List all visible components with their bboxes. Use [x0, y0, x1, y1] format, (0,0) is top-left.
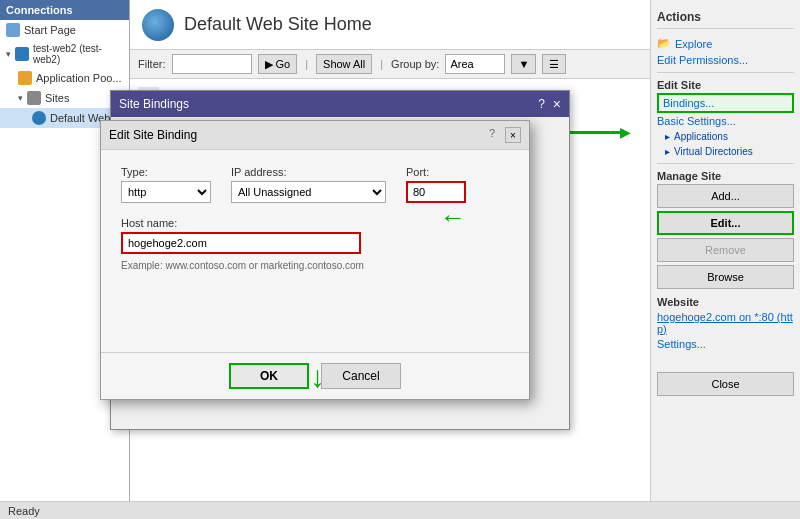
edit-dialog-body: Type: http IP address: All Unassigned Po…	[101, 150, 529, 287]
ok-button[interactable]: OK	[229, 363, 309, 389]
applications-link[interactable]: ▸ Applications	[657, 129, 794, 144]
sidebar-item-label: Start Page	[24, 24, 76, 36]
site-bindings-close-btn[interactable]: ×	[553, 96, 561, 112]
website-subsection: Website	[657, 292, 794, 310]
edit-button[interactable]: Edit...	[657, 211, 794, 235]
question-icon[interactable]: ?	[489, 127, 495, 143]
remove-button[interactable]: Remove	[657, 238, 794, 262]
go-button[interactable]: ▶ Go	[258, 54, 298, 74]
settings-link[interactable]: Settings...	[657, 336, 794, 352]
port-group: Port:	[406, 166, 466, 203]
question-mark-icon[interactable]: ?	[538, 97, 545, 111]
page-title: Default Web Site Home	[184, 14, 372, 35]
close-dialog-btn[interactable]: ×	[505, 127, 521, 143]
sidebar-item-startpage[interactable]: Start Page	[0, 20, 129, 40]
sidebar-item-label: test-web2 (test-web2)	[33, 43, 123, 65]
show-all-button[interactable]: Show All	[316, 54, 372, 74]
groupby-label: Group by:	[391, 58, 439, 70]
site-bindings-title: Site Bindings	[119, 97, 189, 111]
example-text: Example: www.contoso.com or marketing.co…	[121, 260, 509, 271]
iis-icon	[142, 9, 174, 41]
hostname-input[interactable]	[121, 232, 361, 254]
arrow-right-icon: ▶	[620, 124, 631, 140]
sidebar-item-label: Sites	[45, 92, 69, 104]
groupby-btn[interactable]: ▼	[511, 54, 536, 74]
sidebar-header: Connections	[0, 0, 129, 20]
hostname-label: Host name:	[121, 217, 509, 229]
actions-panel: Actions 📂 Explore Edit Permissions... Ed…	[650, 0, 800, 519]
view-btn[interactable]: ☰	[542, 54, 566, 74]
basic-settings-link[interactable]: Basic Settings...	[657, 113, 794, 129]
hostname-group: Host name:	[121, 217, 509, 254]
apppool-icon	[18, 71, 32, 85]
dialog-footer: OK Cancel	[101, 352, 529, 399]
browse-button[interactable]: Browse	[657, 265, 794, 289]
edit-binding-title: Edit Site Binding	[109, 128, 197, 142]
ip-select[interactable]: All Unassigned	[231, 181, 386, 203]
server-icon	[15, 47, 29, 61]
edit-binding-titlebar: Edit Site Binding ? ×	[101, 121, 529, 150]
sidebar-item-server[interactable]: ▾ test-web2 (test-web2)	[0, 40, 129, 68]
sidebar-item-apppool[interactable]: Application Poo...	[0, 68, 129, 88]
filter-bar: Filter: ▶ Go | Show All | Group by: ▼ ☰	[130, 50, 650, 79]
manage-site-section: Manage Site	[657, 163, 794, 184]
status-text: Ready	[8, 505, 40, 517]
filter-label: Filter:	[138, 58, 166, 70]
expand-arrow: ▾	[18, 93, 23, 103]
cancel-button[interactable]: Cancel	[321, 363, 401, 389]
titlebar-buttons: ? ×	[489, 127, 521, 143]
status-bar: Ready	[0, 501, 800, 519]
virtual-dirs-link[interactable]: ▸ Virtual Directories	[657, 144, 794, 159]
edit-permissions-link[interactable]: Edit Permissions...	[657, 52, 794, 68]
close-button[interactable]: Close	[657, 372, 794, 396]
header-bar: Default Web Site Home	[130, 0, 650, 50]
actions-title: Actions	[657, 6, 794, 29]
ip-group: IP address: All Unassigned	[231, 166, 386, 203]
explore-link[interactable]: 📂 Explore	[657, 35, 794, 52]
website-link[interactable]: hogehoge2.com on *:80 (http)	[657, 310, 794, 336]
filter-input[interactable]	[172, 54, 252, 74]
startpage-icon	[6, 23, 20, 37]
sites-icon	[27, 91, 41, 105]
edit-site-section: Edit Site	[657, 72, 794, 93]
expand-arrow: ▾	[6, 49, 11, 59]
go-arrow-icon: ▶	[265, 58, 273, 71]
groupby-input[interactable]	[445, 54, 505, 74]
site-bindings-titlebar: Site Bindings ? ×	[111, 91, 569, 117]
form-row-1: Type: http IP address: All Unassigned Po…	[121, 166, 509, 203]
ip-label: IP address:	[231, 166, 386, 178]
defaultweb-icon	[32, 111, 46, 125]
port-label: Port:	[406, 166, 466, 178]
edit-binding-dialog: Edit Site Binding ? × Type: http IP addr…	[100, 120, 530, 400]
type-select[interactable]: http	[121, 181, 211, 203]
type-group: Type: http	[121, 166, 211, 203]
port-input[interactable]	[406, 181, 466, 203]
type-label: Type:	[121, 166, 211, 178]
add-button[interactable]: Add...	[657, 184, 794, 208]
bindings-link[interactable]: Bindings...	[657, 93, 794, 113]
sidebar-item-label: Application Poo...	[36, 72, 122, 84]
explore-icon: 📂	[657, 37, 671, 50]
